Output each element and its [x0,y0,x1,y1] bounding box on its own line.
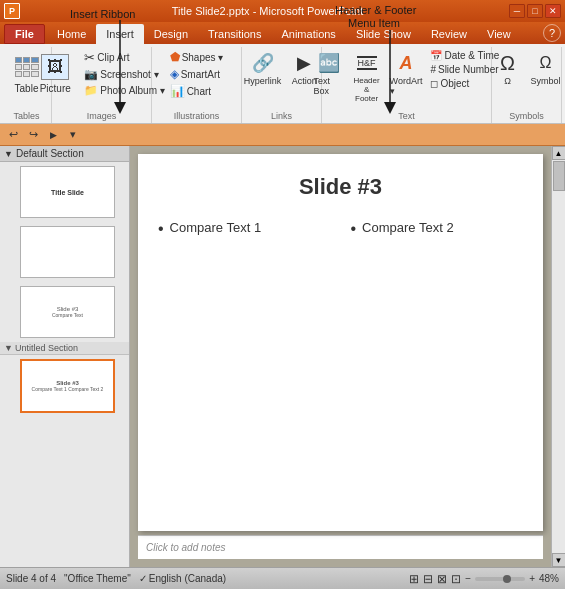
customize-qa-button[interactable]: ▾ [64,126,82,144]
maximize-button[interactable]: □ [527,4,543,18]
hyperlink-button[interactable]: 🔗 Hyperlink [241,49,285,88]
picture-button-label: Picture [40,83,71,94]
notes-bar[interactable]: Click to add notes [138,535,543,559]
hyperlink-icon: 🔗 [251,51,275,75]
slide-1-thumb[interactable]: Title Slide [20,166,115,218]
scroll-down-button[interactable]: ▼ [552,553,566,567]
scroll-track[interactable] [552,160,565,553]
slide-bullet-1-text: Compare Text 1 [170,220,262,235]
view-slideshow-icon[interactable]: ⊡ [451,572,461,586]
hyperlink-label: Hyperlink [244,76,282,86]
smartart-label: SmartArt [181,69,220,80]
zoom-slider[interactable] [475,577,525,581]
clip-art-label: Clip Art [97,52,129,63]
tab-animations[interactable]: Animations [271,24,345,44]
slide-4-wrapper: 4 Slide #3 Compare Text 1 Compare Text 2 [0,355,129,417]
window-title: Title Slide2.pptx - Microsoft PowerPoint [26,5,509,17]
presentation-mode-button[interactable]: ▶ [44,126,62,144]
text-box-label: Text Box [314,76,344,96]
screenshot-label: Screenshot ▾ [100,69,158,80]
close-button[interactable]: ✕ [545,4,561,18]
status-right: ⊞ ⊟ ⊠ ⊡ − + 48% [409,572,559,586]
slide-1-wrapper: 1 Title Slide [0,162,129,222]
slide-4-thumb[interactable]: Slide #3 Compare Text 1 Compare Text 2 [20,359,115,413]
theme-label: "Office Theme" [64,573,131,584]
equation-label: Ω [504,76,511,86]
zoom-in-button[interactable]: + [529,573,535,584]
smartart-icon: ◈ [170,67,179,81]
spell-check-icon: ✓ [139,573,147,584]
tab-view[interactable]: View [477,24,521,44]
object-label: Object [440,78,469,89]
slide-panel-header: ▼ Default Section [0,146,129,162]
app-icon: P [4,3,20,19]
shapes-icon: ⬟ [170,50,180,64]
bullet-dot-1: • [158,220,164,238]
untitled-section-label: ▼ Untitled Section [0,342,129,355]
slide-canvas[interactable]: Slide #3 • Compare Text 1 • Compare Text… [138,154,543,531]
slide-num-icon: # [430,64,436,75]
tab-file[interactable]: File [4,24,45,44]
view-slide-sorter-icon[interactable]: ⊟ [423,572,433,586]
tab-slideshow[interactable]: Slide Show [346,24,421,44]
symbol-button[interactable]: Ω Symbol [528,49,564,88]
symbol-label: Symbol [531,76,561,86]
smartart-button[interactable]: ◈ SmartArt [167,66,227,82]
tab-review[interactable]: Review [421,24,477,44]
text-group-label: Text [322,111,491,121]
ribbon-tabs: File Home Insert Design Transitions Anim… [0,22,565,44]
redo-button[interactable]: ↪ [24,126,42,144]
slide-2-content [21,227,114,277]
slide-3-thumb[interactable]: Slide #3 Compare Text [20,286,115,338]
text-box-button[interactable]: 🔤 Text Box [311,49,347,105]
quick-access-toolbar: ↩ ↪ ▶ ▾ [0,124,565,146]
wordart-label: WordArt ▾ [390,76,423,96]
language-indicator: ✓ English (Canada) [139,573,226,584]
view-normal-icon[interactable]: ⊞ [409,572,419,586]
tab-design[interactable]: Design [144,24,198,44]
header-footer-label: Header& Footer [352,76,382,103]
slide-content: • Compare Text 1 • Compare Text 2 [158,220,523,511]
links-group-label: Links [242,111,321,121]
minimize-button[interactable]: ─ [509,4,525,18]
object-icon: ◻ [430,78,438,89]
view-reading-icon[interactable]: ⊠ [437,572,447,586]
scroll-thumb[interactable] [553,161,565,191]
equation-icon: Ω [496,51,520,75]
vertical-scrollbar[interactable]: ▲ ▼ [551,146,565,567]
header-footer-icon: H&F [355,51,379,75]
ribbon-group-images: 🖼 Picture ✂ Clip Art 📷 Screenshot ▾ 📁 Ph… [52,47,152,123]
images-group-label: Images [52,111,151,121]
picture-icon: 🖼 [39,51,71,83]
scroll-up-button[interactable]: ▲ [552,146,566,160]
slide-bullet-2-text: Compare Text 2 [362,220,454,235]
chart-button[interactable]: 📊 Chart [167,83,227,99]
tab-insert[interactable]: Insert [96,24,144,44]
panel-header-arrow-icon: ▼ [4,149,13,159]
tab-transitions[interactable]: Transitions [198,24,271,44]
chart-label: Chart [187,86,211,97]
picture-button[interactable]: 🖼 Picture [35,49,75,96]
tab-home[interactable]: Home [47,24,96,44]
slide-panel: ▼ Default Section 1 Title Slide 2 3 [0,146,130,567]
undo-button[interactable]: ↩ [4,126,22,144]
slide-2-thumb[interactable] [20,226,115,278]
ribbon-group-illustrations: ⬟ Shapes ▾ ◈ SmartArt 📊 Chart Illustrati… [152,47,242,123]
slide-4-content: Slide #3 Compare Text 1 Compare Text 2 [22,361,113,411]
shapes-label: Shapes ▾ [182,52,224,63]
status-bar: Slide 4 of 4 "Office Theme" ✓ English (C… [0,567,565,589]
wordart-button[interactable]: A WordArt ▾ [387,49,426,105]
header-footer-button[interactable]: H&F Header& Footer [349,49,385,105]
zoom-out-button[interactable]: − [465,573,471,584]
help-button[interactable]: ? [543,24,561,42]
ribbon: Table Tables 🖼 Picture ✂ Clip Art 📷 Scre… [0,44,565,124]
shapes-button[interactable]: ⬟ Shapes ▾ [167,49,227,65]
slide-bullet-1: • Compare Text 1 [158,220,331,238]
slide-bullet-2: • Compare Text 2 [351,220,524,238]
symbol-icon: Ω [534,51,558,75]
canvas-area: Slide #3 • Compare Text 1 • Compare Text… [130,146,551,567]
bullet-dot-2: • [351,220,357,238]
equation-button[interactable]: Ω Ω [490,49,526,88]
main-area: ▼ Default Section 1 Title Slide 2 3 [0,146,565,567]
zoom-thumb [503,575,511,583]
